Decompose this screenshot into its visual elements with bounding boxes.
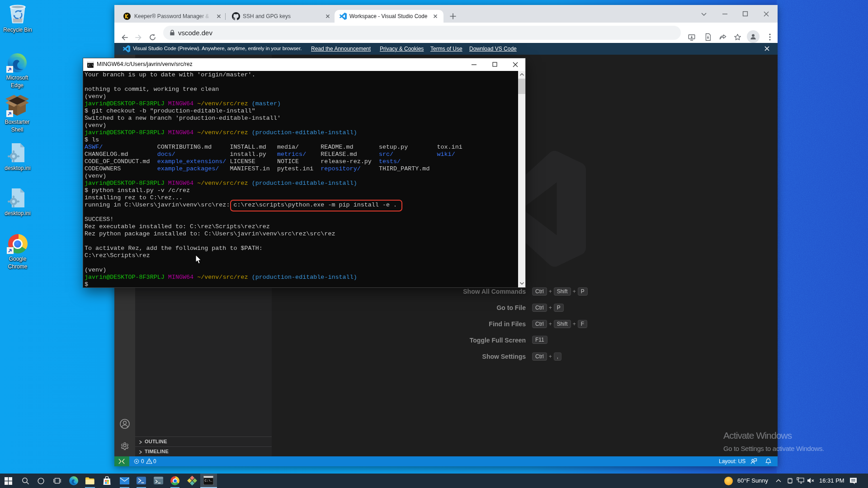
svg-text:C:\.: C:\. bbox=[205, 479, 213, 483]
svg-text:C:\: C:\ bbox=[88, 64, 94, 67]
